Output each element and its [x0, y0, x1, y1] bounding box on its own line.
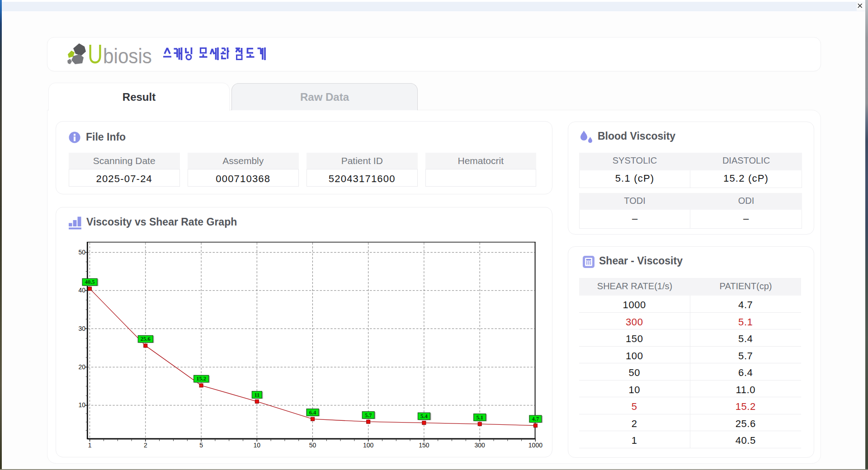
svg-text:2: 2: [144, 442, 147, 449]
svg-text:1000: 1000: [528, 442, 542, 449]
svg-text:U: U: [88, 43, 103, 68]
svg-text:20: 20: [78, 363, 85, 371]
svg-text:5: 5: [199, 442, 203, 449]
svg-text:300: 300: [475, 442, 486, 449]
svg-text:10: 10: [78, 401, 85, 409]
svg-text:5.4: 5.4: [420, 413, 428, 419]
svg-text:40.5: 40.5: [85, 279, 95, 285]
svg-text:4.7: 4.7: [532, 416, 539, 422]
svg-text:biosis: biosis: [103, 44, 152, 68]
svg-text:5.1: 5.1: [476, 414, 483, 421]
svg-text:10: 10: [254, 442, 261, 449]
svg-text:11: 11: [254, 392, 259, 398]
svg-text:6.4: 6.4: [309, 409, 316, 416]
svg-text:1: 1: [88, 442, 92, 449]
svg-text:30: 30: [78, 325, 85, 332]
svg-text:25.6: 25.6: [141, 336, 151, 342]
svg-text:150: 150: [419, 442, 429, 449]
svg-text:15.2: 15.2: [196, 376, 206, 382]
svg-text:100: 100: [363, 442, 374, 449]
svg-text:50: 50: [78, 249, 85, 256]
svg-text:5.7: 5.7: [365, 412, 372, 418]
svg-text:50: 50: [309, 442, 316, 449]
svg-text:40: 40: [78, 287, 85, 294]
